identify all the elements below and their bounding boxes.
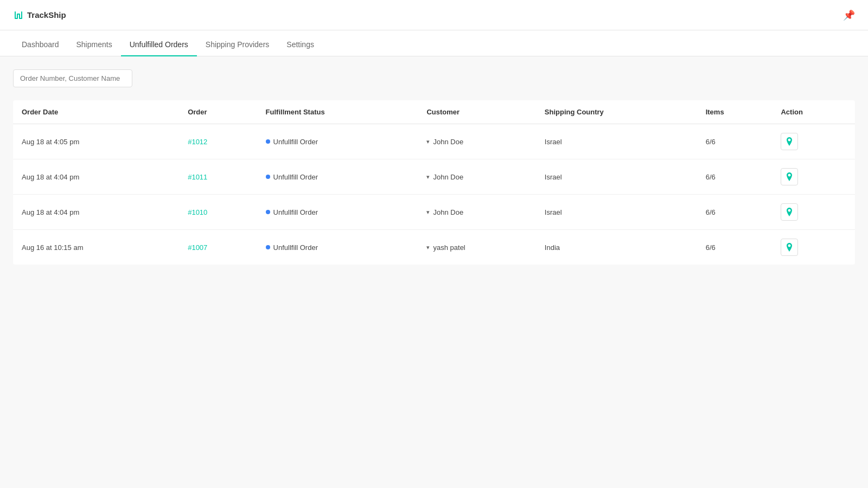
table-header-row: Order Date Order Fulfillment Status Cust… bbox=[13, 100, 855, 124]
order-link[interactable]: #1007 bbox=[188, 243, 207, 252]
chevron-down-icon[interactable]: ▾ bbox=[426, 209, 430, 216]
search-container bbox=[13, 69, 855, 87]
status-text: Unfullfill Order bbox=[273, 243, 318, 252]
customer-name: yash patel bbox=[433, 243, 465, 252]
status-dot-icon bbox=[266, 245, 270, 249]
chevron-down-icon[interactable]: ▾ bbox=[426, 138, 430, 145]
cell-shipping-country: India bbox=[536, 230, 697, 265]
app-name: TrackShip bbox=[27, 10, 66, 20]
cell-customer: ▾John Doe bbox=[418, 124, 535, 159]
cell-items: 6/6 bbox=[697, 124, 773, 159]
table-row: Aug 16 at 10:15 am#1007Unfullfill Order▾… bbox=[13, 230, 855, 265]
customer-name: John Doe bbox=[433, 173, 463, 181]
action-button[interactable] bbox=[781, 203, 798, 221]
status-text: Unfullfill Order bbox=[273, 208, 318, 216]
cell-action bbox=[772, 124, 855, 159]
nav-item-settings[interactable]: Settings bbox=[278, 34, 323, 56]
orders-table-container: Order Date Order Fulfillment Status Cust… bbox=[13, 100, 855, 265]
cell-order-date: Aug 16 at 10:15 am bbox=[13, 230, 179, 265]
cell-items: 6/6 bbox=[697, 195, 773, 230]
main-content: Order Date Order Fulfillment Status Cust… bbox=[0, 56, 868, 488]
table-row: Aug 18 at 4:05 pm#1012Unfullfill Order▾J… bbox=[13, 124, 855, 159]
logo: TrackShip bbox=[13, 10, 66, 21]
orders-table: Order Date Order Fulfillment Status Cust… bbox=[13, 100, 855, 265]
cell-items: 6/6 bbox=[697, 159, 773, 195]
cell-shipping-country: Israel bbox=[536, 195, 697, 230]
col-header-fulfillment-status: Fulfillment Status bbox=[257, 100, 418, 124]
location-pin-icon bbox=[786, 208, 793, 216]
status-dot-icon bbox=[266, 139, 270, 144]
order-link[interactable]: #1011 bbox=[188, 173, 207, 181]
action-button[interactable] bbox=[781, 133, 798, 150]
cell-order: #1007 bbox=[179, 230, 257, 265]
pin-icon: 📌 bbox=[843, 9, 855, 21]
nav-item-shipments[interactable]: Shipments bbox=[68, 34, 121, 56]
chevron-down-icon[interactable]: ▾ bbox=[426, 244, 430, 251]
table-row: Aug 18 at 4:04 pm#1010Unfullfill Order▾J… bbox=[13, 195, 855, 230]
order-link[interactable]: #1012 bbox=[188, 138, 207, 146]
cell-order-date: Aug 18 at 4:04 pm bbox=[13, 195, 179, 230]
status-dot-icon bbox=[266, 210, 270, 214]
action-button[interactable] bbox=[781, 168, 798, 185]
cell-order: #1012 bbox=[179, 124, 257, 159]
cell-customer: ▾yash patel bbox=[418, 230, 535, 265]
cell-action bbox=[772, 230, 855, 265]
cell-customer: ▾John Doe bbox=[418, 159, 535, 195]
cell-action bbox=[772, 159, 855, 195]
col-header-order: Order bbox=[179, 100, 257, 124]
col-header-shipping-country: Shipping Country bbox=[536, 100, 697, 124]
cell-order: #1011 bbox=[179, 159, 257, 195]
col-header-items: Items bbox=[697, 100, 773, 124]
location-pin-icon bbox=[786, 137, 793, 146]
status-text: Unfullfill Order bbox=[273, 138, 318, 146]
search-input[interactable] bbox=[13, 69, 132, 87]
col-header-customer: Customer bbox=[418, 100, 535, 124]
cell-order: #1010 bbox=[179, 195, 257, 230]
cell-order-date: Aug 18 at 4:04 pm bbox=[13, 159, 179, 195]
cell-shipping-country: Israel bbox=[536, 159, 697, 195]
cell-items: 6/6 bbox=[697, 230, 773, 265]
table-row: Aug 18 at 4:04 pm#1011Unfullfill Order▾J… bbox=[13, 159, 855, 195]
cell-fulfillment-status: Unfullfill Order bbox=[257, 230, 418, 265]
chevron-down-icon[interactable]: ▾ bbox=[426, 174, 430, 181]
status-text: Unfullfill Order bbox=[273, 173, 318, 181]
cell-fulfillment-status: Unfullfill Order bbox=[257, 195, 418, 230]
nav-item-dashboard[interactable]: Dashboard bbox=[13, 34, 68, 56]
action-button[interactable] bbox=[781, 239, 798, 256]
cell-fulfillment-status: Unfullfill Order bbox=[257, 124, 418, 159]
header: TrackShip 📌 bbox=[0, 0, 868, 30]
col-header-action: Action bbox=[772, 100, 855, 124]
cell-fulfillment-status: Unfullfill Order bbox=[257, 159, 418, 195]
status-dot-icon bbox=[266, 175, 270, 179]
trackship-logo-icon bbox=[13, 10, 24, 21]
navigation: Dashboard Shipments Unfulfilled Orders S… bbox=[0, 30, 868, 56]
location-pin-icon bbox=[786, 243, 793, 252]
nav-item-shipping-providers[interactable]: Shipping Providers bbox=[197, 34, 278, 56]
cell-action bbox=[772, 195, 855, 230]
location-pin-icon bbox=[786, 172, 793, 181]
order-link[interactable]: #1010 bbox=[188, 208, 207, 216]
cell-order-date: Aug 18 at 4:05 pm bbox=[13, 124, 179, 159]
customer-name: John Doe bbox=[433, 138, 463, 146]
cell-customer: ▾John Doe bbox=[418, 195, 535, 230]
cell-shipping-country: Israel bbox=[536, 124, 697, 159]
customer-name: John Doe bbox=[433, 208, 463, 216]
col-header-order-date: Order Date bbox=[13, 100, 179, 124]
nav-item-unfulfilled-orders[interactable]: Unfulfilled Orders bbox=[121, 34, 197, 56]
